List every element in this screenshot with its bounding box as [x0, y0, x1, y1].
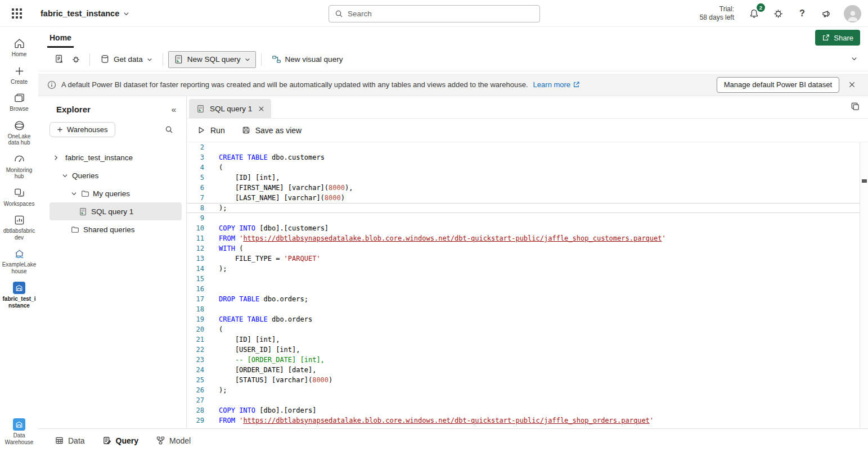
code-line-29[interactable]: 29FROM 'https://dbtlabsynapsedatalake.bl…: [187, 415, 860, 426]
line-number: 14: [187, 264, 204, 274]
view-tab-data[interactable]: Data: [55, 436, 85, 445]
nav-item-browse[interactable]: Browse: [0, 88, 38, 116]
code-text: [ID] [int],: [204, 335, 280, 345]
code-line-18[interactable]: 18: [187, 304, 860, 314]
info-icon: [47, 80, 56, 89]
code-line-24[interactable]: 24 [ORDER_DATE] [date],: [187, 365, 860, 375]
code-line-23[interactable]: 23 -- [ORDER_DATE] [int],: [187, 355, 860, 365]
line-number: 24: [187, 365, 204, 375]
learn-more-link[interactable]: Learn more: [533, 80, 580, 89]
toolbar-divider: [261, 53, 262, 66]
code-text: [USER_ID] [int],: [204, 345, 300, 355]
collapse-pane-icon[interactable]: «: [169, 105, 178, 114]
query-settings-button[interactable]: [68, 51, 84, 68]
chevron-down-icon: [62, 173, 69, 179]
nav-item-home[interactable]: Home: [0, 34, 38, 61]
tree-item-queries[interactable]: Queries: [38, 166, 186, 184]
view-tab-model[interactable]: Model: [156, 436, 191, 445]
code-line-3[interactable]: 3CREATE TABLE dbo.customers: [187, 152, 860, 162]
editor-scrollbar[interactable]: [860, 142, 868, 428]
code-text: );: [204, 203, 227, 213]
workspace-switcher[interactable]: fabric_test_instance: [41, 0, 129, 27]
code-line-6[interactable]: 6 [FIRST_NAME] [varchar](8000),: [187, 183, 860, 193]
nav-item-create[interactable]: Create: [0, 61, 38, 89]
share-button[interactable]: Share: [815, 30, 860, 46]
visual-query-icon: [272, 55, 281, 64]
query-script-icon: [103, 436, 111, 445]
code-line-16[interactable]: 16: [187, 284, 860, 294]
save-as-view-button[interactable]: Save as view: [242, 126, 302, 135]
new-visual-query-label: New visual query: [285, 55, 343, 64]
waffle-menu-icon[interactable]: [11, 8, 23, 19]
nav-item-data-warehouse[interactable]: Data Warehouse: [0, 414, 38, 449]
new-visual-query-button[interactable]: New visual query: [267, 51, 348, 68]
code-line-9[interactable]: 9: [187, 213, 860, 223]
nav-item-workspaces[interactable]: Workspaces: [0, 183, 38, 211]
chevron-down-icon: [71, 191, 78, 197]
view-tab-label: Data: [68, 436, 85, 445]
top-bar: fabric_test_instance Trial: 58 days left…: [0, 0, 868, 27]
code-line-7[interactable]: 7 [LAST_NAME] [varchar](8000): [187, 193, 860, 203]
tree-item-fabric-test-instance[interactable]: fabric_test_instance: [38, 148, 186, 166]
add-warehouses-button[interactable]: Warehouses: [50, 122, 115, 137]
code-line-12[interactable]: 12WITH (: [187, 243, 860, 254]
code-line-19[interactable]: 19CREATE TABLE dbo.orders: [187, 314, 860, 324]
code-line-2[interactable]: 2: [187, 142, 860, 152]
code-line-8[interactable]: 8);: [187, 203, 860, 213]
tree-item-my-queries[interactable]: My queries: [38, 184, 186, 202]
manage-default-dataset-button[interactable]: Manage default Power BI dataset: [717, 77, 839, 93]
nav-item-dbtlabsfabricdev[interactable]: dbtlabsfabricdev: [0, 210, 38, 244]
code-line-13[interactable]: 13 FILE_TYPE = 'PARQUET': [187, 254, 860, 264]
line-number: 7: [187, 193, 204, 203]
code-line-20[interactable]: 20(: [187, 324, 860, 335]
search-input[interactable]: [348, 10, 534, 18]
code-line-27[interactable]: 27: [187, 395, 860, 405]
nav-item-examplelakehouse[interactable]: ExampleLakehouse: [0, 244, 38, 278]
sql-editor[interactable]: 23CREATE TABLE dbo.customers4(5 [ID] [in…: [187, 142, 868, 428]
sql-query-icon: [174, 55, 183, 64]
code-line-21[interactable]: 21 [ID] [int],: [187, 335, 860, 345]
code-line-5[interactable]: 5 [ID] [int],: [187, 173, 860, 183]
code-line-26[interactable]: 26);: [187, 385, 860, 395]
code-line-10[interactable]: 10COPY INTO [dbo].[customers]: [187, 223, 860, 233]
save-as-view-label: Save as view: [255, 126, 302, 135]
account-avatar[interactable]: [844, 5, 861, 22]
tab-sql-query-1[interactable]: SQL query 1: [189, 99, 271, 118]
code-line-25[interactable]: 25 [STATUS] [varchar](8000): [187, 375, 860, 385]
feedback-button[interactable]: [820, 7, 833, 20]
trial-label: Trial:: [700, 5, 734, 13]
banner-message: A default Power BI dataset for faster re…: [61, 80, 528, 89]
line-number: 15: [187, 274, 204, 284]
code-line-17[interactable]: 17DROP TABLE dbo.orders;: [187, 294, 860, 304]
view-tab-query[interactable]: Query: [103, 436, 138, 445]
tree-item-shared-queries[interactable]: Shared queries: [38, 220, 186, 238]
code-line-11[interactable]: 11FROM 'https://dbtlabsynapsedatalake.bl…: [187, 233, 860, 243]
code-text: WITH (: [204, 243, 243, 254]
copy-button[interactable]: [851, 102, 860, 111]
ribbon-tab-home[interactable]: Home: [47, 30, 74, 48]
code-text: [204, 142, 219, 152]
settings-gear-button[interactable]: [771, 7, 785, 20]
nav-item-monitoring-hub[interactable]: Monitoring hub: [0, 150, 38, 183]
code-line-28[interactable]: 28COPY INTO [dbo].[orders]: [187, 405, 860, 415]
get-data-button[interactable]: Get data: [95, 51, 158, 68]
run-play-icon: [197, 126, 205, 134]
share-label: Share: [834, 34, 853, 42]
tab-close-icon[interactable]: [257, 105, 266, 113]
new-sql-query-button[interactable]: New SQL query: [168, 51, 256, 68]
help-button[interactable]: ?: [795, 7, 809, 20]
collapse-ribbon-button[interactable]: [851, 55, 858, 62]
nav-item-fabric-test-instance[interactable]: fabric_test_instance: [0, 278, 38, 312]
explorer-search-icon[interactable]: [161, 123, 176, 137]
banner-close-icon[interactable]: [844, 78, 859, 92]
new-report-button[interactable]: [51, 51, 68, 68]
line-number: 21: [187, 335, 204, 345]
code-line-15[interactable]: 15: [187, 274, 860, 284]
code-line-14[interactable]: 14);: [187, 264, 860, 274]
tree-item-sql-query-1[interactable]: SQL query 1: [50, 202, 182, 220]
notifications-button[interactable]: 2: [747, 7, 761, 20]
code-line-4[interactable]: 4(: [187, 162, 860, 173]
nav-item-onelake-data-hub[interactable]: OneLake data hub: [0, 116, 38, 150]
run-button[interactable]: Run: [197, 126, 225, 135]
code-line-22[interactable]: 22 [USER_ID] [int],: [187, 345, 860, 355]
